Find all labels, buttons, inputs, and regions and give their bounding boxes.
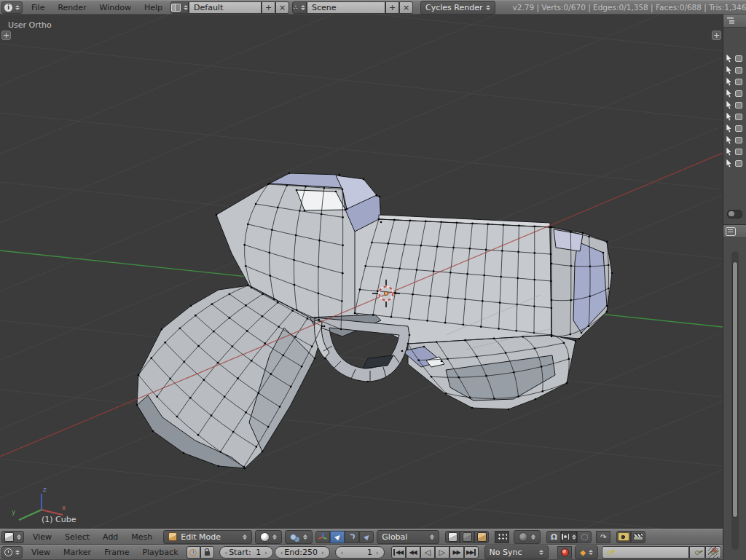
- sync-mode-select[interactable]: No Sync: [484, 545, 549, 559]
- object-restrict-icon[interactable]: [735, 90, 742, 97]
- outliner-row[interactable]: [723, 76, 746, 87]
- insert-keyframe-button[interactable]: [689, 546, 705, 559]
- layer-cube-3-button[interactable]: [474, 531, 489, 543]
- play-reverse-button[interactable]: ◁: [420, 546, 435, 559]
- object-restrict-icon[interactable]: [735, 137, 742, 143]
- chevron-updown-icon: [243, 535, 247, 540]
- snap-toggle-button[interactable]: Ω: [546, 531, 561, 543]
- manipulator-axes-button[interactable]: [315, 531, 330, 543]
- menu-view-timeline[interactable]: View: [25, 548, 57, 557]
- menu-render[interactable]: Render: [51, 3, 93, 12]
- object-restrict-icon[interactable]: [735, 149, 742, 155]
- object-restrict-icon[interactable]: [735, 67, 742, 74]
- chevron-updown-icon: [589, 550, 593, 555]
- object-restrict-icon[interactable]: [735, 114, 742, 120]
- manipulator-translate-button[interactable]: ▶: [330, 531, 345, 543]
- outliner-row[interactable]: [723, 87, 746, 99]
- outliner-row[interactable]: [723, 146, 746, 157]
- menu-window[interactable]: Window: [93, 3, 138, 12]
- outliner-row[interactable]: [723, 134, 746, 146]
- properties-header[interactable]: [723, 225, 746, 238]
- toolshelf-expand-button[interactable]: +: [1, 31, 11, 40]
- add-layout-button[interactable]: +: [262, 1, 275, 14]
- snap-target-button[interactable]: [577, 531, 592, 543]
- menu-mesh[interactable]: Mesh: [125, 532, 159, 542]
- editor-type-button-3dview[interactable]: [1, 531, 24, 543]
- decrement-arrow-icon[interactable]: ‹: [339, 549, 345, 556]
- outliner-row[interactable]: [723, 111, 746, 122]
- frame-start-field[interactable]: ‹ Start: 1 ›: [219, 546, 273, 559]
- viewport-3d[interactable]: z y x User Ortho (1) Cube + +: [0, 15, 723, 529]
- screen-layout-name[interactable]: Default: [189, 1, 262, 14]
- properties-scrollbar-track[interactable]: [731, 251, 739, 550]
- edit-mode-icon: [168, 532, 177, 541]
- preview-range-button[interactable]: [186, 546, 200, 559]
- opengl-render-button[interactable]: [616, 531, 631, 543]
- close-scene-button[interactable]: ×: [399, 1, 413, 14]
- outliner-row[interactable]: [723, 64, 746, 76]
- manipulator-rotate-button[interactable]: [345, 531, 359, 543]
- increment-arrow-icon[interactable]: ›: [320, 549, 326, 556]
- outliner-toggle[interactable]: [727, 210, 742, 218]
- auto-keyframe-button[interactable]: [557, 546, 572, 559]
- add-scene-button[interactable]: +: [385, 1, 399, 14]
- prev-keyframe-button[interactable]: ◀◀: [406, 546, 420, 559]
- outliner-row[interactable]: [723, 157, 746, 169]
- frame-end-field[interactable]: ‹ End: 250 ›: [275, 546, 330, 559]
- menu-view[interactable]: View: [26, 532, 58, 542]
- layer-cube-2-button[interactable]: [460, 531, 474, 543]
- object-restrict-icon[interactable]: [735, 125, 742, 132]
- resize-grip[interactable]: [708, 547, 718, 558]
- properties-scrollbar-thumb[interactable]: [732, 261, 738, 518]
- snap-element-select[interactable]: [561, 531, 577, 543]
- manipulator-scale-button[interactable]: ▶: [359, 531, 374, 543]
- render-engine-select[interactable]: Cycles Render: [420, 1, 495, 15]
- increment-arrow-icon[interactable]: ›: [374, 549, 380, 556]
- decrement-arrow-icon[interactable]: ‹: [224, 549, 229, 556]
- menu-select[interactable]: Select: [58, 532, 96, 542]
- menu-help[interactable]: Help: [138, 3, 169, 12]
- menu-marker[interactable]: Marker: [57, 548, 98, 557]
- scene-name[interactable]: Scene: [307, 1, 385, 14]
- menu-frame[interactable]: Frame: [98, 548, 136, 557]
- outliner-header[interactable]: [723, 15, 746, 28]
- outliner-row[interactable]: [723, 99, 746, 111]
- lock-to-scene-select[interactable]: [514, 530, 541, 544]
- decrement-arrow-icon[interactable]: ‹: [279, 549, 285, 556]
- object-restrict-icon[interactable]: [735, 79, 742, 85]
- play-button[interactable]: ▷: [435, 546, 449, 559]
- current-frame-field[interactable]: ‹ 1 ›: [335, 546, 385, 559]
- screen-layout-browse-button[interactable]: [170, 1, 189, 14]
- layer-cube-1-button[interactable]: [445, 531, 460, 543]
- opengl-animation-button[interactable]: [631, 531, 645, 543]
- mode-select[interactable]: Edit Mode: [163, 530, 252, 544]
- outliner-row[interactable]: [723, 122, 746, 134]
- render-engine-value: Cycles Render: [425, 3, 482, 12]
- mesh-object-cube[interactable]: [136, 173, 613, 470]
- pivot-point-select[interactable]: [285, 530, 313, 544]
- object-restrict-icon[interactable]: [735, 55, 742, 62]
- next-keyframe-button[interactable]: ▶▶: [449, 546, 464, 559]
- snap-peel-button[interactable]: ↷: [596, 531, 610, 543]
- jump-to-end-button[interactable]: ▶▶: [464, 546, 479, 559]
- increment-arrow-icon[interactable]: ›: [263, 549, 269, 556]
- object-restrict-icon[interactable]: [735, 160, 742, 167]
- properties-region-expand-button[interactable]: +: [712, 31, 721, 40]
- viewport-canvas[interactable]: z y x: [0, 15, 723, 529]
- menu-playback[interactable]: Playback: [136, 548, 184, 557]
- transform-orientation-select[interactable]: Global: [377, 530, 439, 544]
- menu-file[interactable]: File: [25, 3, 51, 12]
- jump-to-start-button[interactable]: ◀◀: [391, 546, 406, 559]
- viewport-shading-select[interactable]: [255, 530, 282, 544]
- outliner-row[interactable]: [723, 52, 746, 64]
- layers-grid-button[interactable]: [495, 531, 509, 543]
- lock-time-button[interactable]: [200, 546, 214, 559]
- menu-add[interactable]: Add: [96, 532, 125, 542]
- active-keying-set-field[interactable]: [602, 546, 689, 559]
- editor-type-button-info[interactable]: i: [1, 1, 23, 14]
- close-layout-button[interactable]: ×: [275, 1, 289, 14]
- scene-browse-button[interactable]: ∴: [292, 1, 307, 14]
- object-restrict-icon[interactable]: [735, 102, 742, 109]
- keying-set-select[interactable]: ◆: [575, 545, 598, 559]
- editor-type-button-timeline[interactable]: [1, 546, 23, 559]
